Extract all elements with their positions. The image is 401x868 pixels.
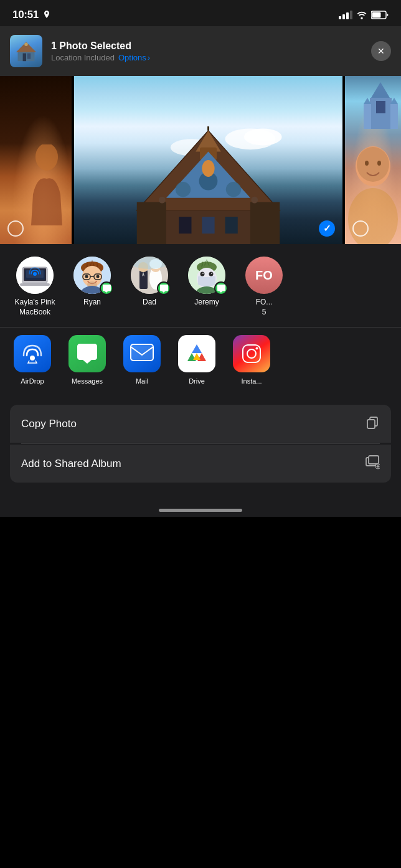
building-svg [74, 126, 342, 244]
messages-badge-icon [217, 285, 225, 293]
header-info: 1 Photo Selected Location Included Optio… [51, 40, 362, 62]
person-avatar-ryan [73, 257, 111, 294]
airdrop-app-icon [14, 335, 51, 372]
svg-point-48 [33, 272, 37, 276]
status-icons [339, 11, 389, 19]
svg-rect-95 [367, 420, 375, 428]
photo-right-select[interactable] [352, 220, 369, 237]
airdrop-icon [21, 342, 44, 366]
person-name-macbook: Kayla's Pink MacBook [10, 298, 60, 317]
copy-photo-row[interactable]: Copy Photo [10, 405, 391, 443]
person-avatar-dad [131, 257, 168, 294]
app-label-messages: Messages [72, 377, 103, 385]
app-label-airdrop: AirDrop [21, 377, 44, 385]
header-subtitle: Location Included Options › [51, 53, 362, 62]
person-item-jeremy[interactable]: Jeremy [182, 257, 232, 317]
svg-point-83 [30, 356, 35, 361]
person-item-macbook[interactable]: Kayla's Pink MacBook [10, 257, 60, 317]
svg-rect-32 [376, 101, 385, 113]
person-name-dad: Dad [143, 298, 156, 308]
app-item-airdrop[interactable]: AirDrop [10, 335, 55, 385]
svg-point-78 [200, 272, 205, 276]
person-avatar-jeremy [188, 257, 225, 294]
add-shared-album-label: Add to Shared Album [21, 458, 121, 470]
svg-point-28 [159, 197, 166, 204]
svg-rect-45 [20, 283, 50, 286]
svg-rect-23 [225, 217, 238, 234]
messages-icon [76, 342, 98, 365]
app-item-drive[interactable]: Drive [174, 335, 219, 385]
photo-strip: ✓ [0, 76, 401, 244]
svg-point-93 [256, 347, 258, 350]
battery-icon [371, 11, 389, 19]
person-avatar-fog: FO [245, 257, 283, 294]
svg-point-40 [377, 161, 381, 166]
close-button[interactable]: ✕ [371, 41, 391, 61]
svg-rect-97 [369, 456, 379, 464]
svg-point-59 [85, 275, 88, 278]
mail-app-icon [123, 335, 161, 372]
person-avatar-macbook [16, 257, 54, 294]
svg-point-92 [247, 349, 256, 358]
svg-point-29 [251, 197, 258, 204]
status-time: 10:51 [12, 9, 39, 21]
app-label-instagram: Insta... [241, 377, 262, 385]
photo-left[interactable] [0, 76, 72, 244]
home-indicator [0, 502, 401, 517]
svg-rect-25 [250, 202, 280, 245]
app-label-drive: Drive [189, 377, 205, 385]
svg-rect-21 [179, 217, 191, 234]
person-item-dad[interactable]: Dad [125, 257, 174, 317]
svg-rect-70 [131, 257, 168, 269]
spacer [0, 490, 401, 502]
svg-point-81 [211, 273, 212, 274]
svg-rect-1 [372, 12, 381, 18]
messages-badge-icon [103, 285, 111, 293]
checkmark-icon: ✓ [323, 223, 331, 234]
person-name-fog: FO...5 [256, 298, 273, 317]
person-item-ryan[interactable]: Ryan [67, 257, 117, 317]
svg-marker-31 [371, 82, 390, 98]
people-row: Kayla's Pink MacBook [0, 244, 401, 327]
share-header: 1 Photo Selected Location Included Optio… [0, 26, 401, 76]
options-link[interactable]: Options › [118, 53, 150, 62]
action-rows: Copy Photo Add to Shared Album [0, 397, 401, 490]
photo-center-select[interactable]: ✓ [319, 220, 335, 237]
svg-rect-85 [131, 344, 153, 361]
svg-point-18 [226, 182, 241, 197]
messages-app-icon [68, 335, 106, 372]
svg-point-19 [202, 160, 214, 177]
photo-left-select[interactable] [7, 220, 24, 237]
messages-badge-icon [160, 285, 168, 293]
person-item-fog[interactable]: FO FO...5 [239, 257, 289, 317]
dad-message-badge [157, 281, 171, 295]
app-row: AirDrop Messages Mail [0, 327, 401, 397]
app-item-mail[interactable]: Mail [120, 335, 164, 385]
svg-point-79 [209, 272, 214, 276]
status-bar: 10:51 [0, 0, 401, 26]
svg-rect-34 [390, 104, 398, 129]
ryan-message-badge [100, 281, 113, 295]
svg-rect-4 [23, 54, 26, 62]
app-item-instagram[interactable]: Insta... [229, 335, 274, 385]
photo-right[interactable] [345, 76, 401, 244]
svg-point-9 [244, 128, 282, 145]
jeremy-message-badge [214, 281, 228, 295]
app-item-messages[interactable]: Messages [65, 335, 110, 385]
svg-rect-24 [137, 202, 166, 245]
instagram-icon [241, 343, 262, 364]
location-included-label: Location Included [51, 53, 115, 62]
drive-app-icon [178, 335, 215, 372]
add-shared-album-row[interactable]: Add to Shared Album [10, 445, 391, 483]
svg-point-16 [176, 182, 191, 197]
home-bar [159, 509, 242, 512]
svg-point-7 [35, 144, 58, 171]
svg-rect-33 [364, 104, 371, 129]
person-name-ryan: Ryan [83, 298, 101, 308]
photo-center[interactable]: ✓ [74, 76, 342, 244]
signal-icon [339, 11, 352, 19]
svg-point-6 [24, 43, 27, 46]
macbook-icon [16, 257, 54, 294]
svg-point-60 [97, 275, 100, 278]
svg-rect-22 [202, 217, 214, 234]
